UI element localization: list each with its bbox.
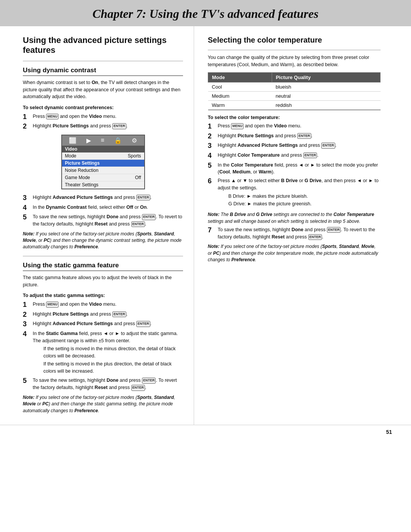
table-row-warm: Warm reddish (208, 100, 381, 110)
enter-icon-5b: ENTER (131, 221, 145, 227)
chapter-header: Chapter 7: Using the TV's advanced featu… (0, 0, 411, 26)
left-column: Using the advanced picture settings feat… (0, 26, 194, 425)
icon-arrow: ▶ (86, 137, 91, 144)
table-header-quality: Picture Quality (272, 72, 380, 82)
color-temp-table: Mode Picture Quality Cool blueish Medium… (208, 72, 381, 110)
subsection2-steps: 1 Press MENU and open the Video menu. 2 … (23, 301, 183, 391)
subsection2-intro: The static gamma feature allows you to a… (23, 274, 183, 289)
tv-menu-row-theater: Theater Settings (62, 181, 144, 189)
enter-icon-g5b: ENTER (131, 385, 145, 391)
step-4: 4 In the Dynamic Contrast field, select … (23, 204, 183, 212)
gamma-step-4: 4 In the Static Gamma field, press ◄ or … (23, 330, 183, 376)
step-3: 3 Highlight Advanced Picture Settings an… (23, 194, 183, 202)
ct-step-1: 1 Press MENU and open the Video menu. (208, 122, 381, 131)
enter-icon-g5: ENTER (142, 378, 156, 384)
enter-icon-ct4: ENTER (303, 152, 317, 159)
menu-icon-ct1: MENU (231, 123, 244, 129)
note-bdrive-gdrive: Note: The B Drive and G Drive settings a… (208, 211, 381, 225)
tv-menu-screenshot: ⬜ ▶ ≡ 🔒 ⚙ Video ModeSports Picture Setti… (23, 135, 183, 189)
subsection1-steps-cont: 3 Highlight Advanced Picture Settings an… (23, 194, 183, 228)
table-row-medium: Medium neutral (208, 91, 381, 100)
ct-steps-7: 7 To save the new settings, highlight Do… (208, 226, 381, 241)
bullet-plus: If the setting is moved in the plus dire… (43, 360, 183, 375)
step-1: 1 Press MENU and open the Video menu. (23, 113, 183, 121)
divider-2 (23, 256, 183, 256)
icon-lock: 🔒 (114, 137, 122, 144)
subsection1-title: Using dynamic contrast (23, 67, 183, 76)
menu-icon-g1: MENU (46, 302, 59, 308)
gamma-bullets: If the setting is moved in the minus dir… (43, 345, 183, 375)
enter-icon-ct2: ENTER (297, 133, 311, 139)
gamma-step-5: 5 To save the new settings, highlight Do… (23, 377, 183, 391)
page-number: 51 (386, 429, 392, 435)
tv-menu: ⬜ ▶ ≡ 🔒 ⚙ Video ModeSports Picture Setti… (61, 135, 145, 189)
color-temp-steps: 1 Press MENU and open the Video menu. 2 … (208, 122, 381, 208)
gamma-step-2: 2 Highlight Picture Settings and press E… (23, 311, 183, 319)
table-cell-warm-mode: Warm (208, 100, 272, 110)
enter-icon-ct3: ENTER (321, 143, 335, 149)
tv-menu-row-picture-settings: Picture Settings (62, 160, 144, 167)
table-cell-warm-quality: reddish (272, 100, 380, 110)
step-2: 2 Highlight Picture Settings and press E… (23, 122, 183, 131)
table-cell-medium-mode: Medium (208, 91, 272, 100)
ct-step-3: 3 Highlight Advanced Picture Settings an… (208, 142, 381, 150)
enter-icon-5: ENTER (142, 214, 156, 220)
enter-icon-ct7b: ENTER (308, 234, 322, 240)
bullet-minus: If the setting is moved in the minus dir… (43, 345, 183, 360)
page-content: Using the advanced picture settings feat… (0, 26, 411, 425)
ct-bullets6: B Drive: ► makes the picture blueish. G … (228, 193, 381, 208)
tv-menu-header: Video (62, 146, 144, 152)
subsection2-bold-label: To adjust the static gamma settings: (23, 292, 183, 299)
note-ct-final: Note: If you select one of the factory-s… (208, 243, 381, 263)
bullet-bdrive: B Drive: ► makes the picture blueish. (228, 193, 381, 200)
tv-menu-icons: ⬜ ▶ ≡ 🔒 ⚙ (62, 135, 144, 146)
right-column: Selecting the color temperature You can … (194, 26, 396, 425)
color-temp-title: Selecting the color temperature (208, 35, 381, 44)
divider-1 (23, 61, 183, 61)
ct-step-4: 4 Highlight Color Temperature and press … (208, 152, 381, 160)
tv-menu-row-mode: ModeSports (62, 152, 144, 160)
icon-menu: ≡ (101, 137, 104, 144)
enter-icon-g2: ENTER (112, 311, 126, 318)
ct-step-6: 6 Press ▲ or ▼ to select either B Drive … (208, 177, 381, 208)
table-cell-cool-mode: Cool (208, 82, 272, 91)
enter-icon-g3: ENTER (136, 321, 150, 327)
subsection2-title: Using the static gamma feature (23, 262, 183, 271)
step-5: 5 To save the new settings, highlight Do… (23, 213, 183, 228)
subsection1-bold-label: To select dynamic contrast preferences: (23, 104, 183, 111)
table-cell-cool-quality: blueish (272, 82, 380, 91)
icon-gear: ⚙ (132, 137, 137, 144)
enter-icon: ENTER (112, 123, 126, 129)
gamma-step-3: 3 Highlight Advanced Picture Settings an… (23, 320, 183, 329)
chapter-title: Chapter 7: Using the TV's advanced featu… (4, 7, 407, 21)
tv-menu-row-game: Game ModeOff (62, 174, 144, 181)
page-footer: 51 (0, 425, 411, 439)
subsection1-steps: 1 Press MENU and open the Video menu. 2 … (23, 113, 183, 131)
color-temp-intro: You can change the quality of the pictur… (208, 54, 381, 68)
enter-icon-ct7: ENTER (327, 227, 341, 233)
ct-step-5: 5 In the Color Temperature field, press … (208, 162, 381, 176)
bullet-gdrive: G Drive: ► makes the picture greenish. (228, 200, 381, 208)
table-cell-medium-quality: neutral (272, 91, 380, 100)
icon-monitor: ⬜ (69, 137, 76, 144)
tv-menu-body: Video ModeSports Picture Settings Noise … (62, 146, 144, 189)
color-temp-bold-label: To select the color temperature: (208, 114, 381, 121)
subsection1-intro: When dynamic contrast is set to On, the … (23, 79, 183, 100)
menu-icon: MENU (46, 114, 59, 120)
table-header-mode: Mode (208, 72, 272, 82)
ct-step-7: 7 To save the new settings, highlight Do… (208, 226, 381, 241)
tv-menu-row-noise: Noise Reduction (62, 167, 144, 174)
gamma-step-1: 1 Press MENU and open the Video menu. (23, 301, 183, 309)
ct-step-2: 2 Highlight Picture Settings and press E… (208, 132, 381, 141)
divider-right (208, 50, 381, 50)
main-section-title: Using the advanced picture settings feat… (23, 35, 183, 56)
table-row-cool: Cool blueish (208, 82, 381, 91)
subsection2-note: Note: If you select one of the factory-s… (23, 394, 183, 414)
subsection1-note: Note: If you select one of the factory-s… (23, 231, 183, 251)
enter-icon-3: ENTER (136, 195, 150, 201)
